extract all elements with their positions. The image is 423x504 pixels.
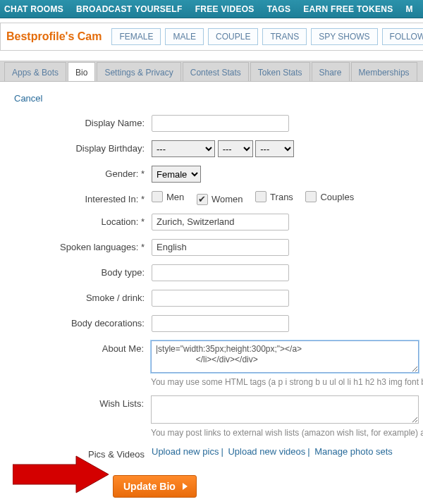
nav-chat-rooms[interactable]: CHAT ROOMS [4, 4, 63, 14]
checkbox-label-women: Women [212, 194, 243, 204]
label-display-name: Display Name: [0, 115, 152, 128]
label-smoke-drink: Smoke / drink: [0, 290, 152, 303]
location-input[interactable] [152, 214, 289, 231]
checkbox-trans[interactable] [255, 191, 266, 202]
pill-trans[interactable]: TRANS [262, 28, 307, 45]
label-spoken-languages: Spoken languages: * [0, 239, 152, 252]
checkbox-couples[interactable] [305, 191, 317, 202]
checkbox-label-couples: Couples [320, 192, 354, 202]
cam-title: Bestprofile's Cam [6, 30, 102, 43]
label-gender: Gender: * [0, 166, 152, 179]
tab-settings-privacy[interactable]: Settings & Privacy [97, 62, 180, 82]
spoken-languages-input[interactable] [152, 239, 289, 256]
cam-header: Bestprofile's Cam FEMALE MALE COUPLE TRA… [0, 23, 423, 51]
upload-pics-link[interactable]: Upload new pics [152, 446, 219, 457]
smoke-drink-input[interactable] [152, 290, 289, 307]
body-decorations-input[interactable] [152, 315, 289, 332]
tab-token-stats[interactable]: Token Stats [250, 62, 310, 82]
cancel-link[interactable]: Cancel [14, 93, 42, 104]
pill-female[interactable]: FEMALE [111, 28, 161, 45]
manage-photo-sets-link[interactable]: Manage photo sets [314, 446, 393, 457]
update-bio-button[interactable]: Update Bio [113, 475, 197, 498]
label-body-decorations: Body decorations: [0, 315, 152, 328]
chevron-right-icon [183, 483, 188, 490]
checkbox-men[interactable] [152, 191, 163, 202]
birthday-day-select[interactable]: --- [218, 140, 253, 157]
nav-more[interactable]: M [406, 4, 413, 14]
birthday-year-select[interactable]: --- [255, 140, 294, 157]
nav-free-videos[interactable]: FREE VIDEOS [195, 4, 255, 14]
pill-followed[interactable]: FOLLOWED [382, 28, 423, 45]
update-bio-label: Update Bio [123, 481, 176, 492]
pics-videos-links: Upload new pics| Upload new videos| Mana… [152, 446, 423, 457]
label-location: Location: * [0, 214, 152, 227]
wish-lists-hint: You may post links to external wish list… [151, 428, 423, 438]
upload-videos-link[interactable]: Upload new videos [228, 446, 305, 457]
label-display-birthday: Display Birthday: [0, 140, 152, 154]
label-interested-in: Interested In: * [0, 191, 152, 204]
pill-male[interactable]: MALE [165, 28, 204, 45]
pill-spy-shows[interactable]: SPY SHOWS [311, 28, 377, 45]
label-about-me: About Me: [0, 340, 151, 354]
label-wish-lists: Wish Lists: [0, 395, 151, 409]
checkbox-label-men: Men [166, 192, 184, 202]
checkbox-label-trans: Trans [270, 192, 293, 202]
tab-contest-stats[interactable]: Contest Stats [183, 62, 249, 82]
checkbox-women[interactable]: ✔ [197, 194, 208, 205]
about-me-hint: You may use some HTML tags (a p i strong… [151, 377, 423, 387]
label-body-type: Body type: [0, 264, 152, 278]
nav-tags[interactable]: TAGS [267, 4, 291, 14]
nav-broadcast-yourself[interactable]: BROADCAST YOURSELF [76, 4, 183, 14]
tab-share[interactable]: Share [312, 62, 350, 82]
tabs: Apps & Bots Bio Settings & Privacy Conte… [0, 61, 423, 82]
top-nav: CHAT ROOMS BROADCAST YOURSELF FREE VIDEO… [0, 0, 423, 18]
gender-select[interactable]: Female [152, 166, 201, 183]
body-type-input[interactable] [152, 264, 289, 281]
arrow-icon [13, 455, 111, 494]
tab-bio[interactable]: Bio [68, 62, 95, 82]
wish-lists-textarea[interactable] [151, 395, 419, 424]
about-me-textarea[interactable] [151, 340, 419, 373]
birthday-month-select[interactable]: --- [152, 140, 215, 157]
tab-apps-bots[interactable]: Apps & Bots [4, 62, 66, 82]
pill-couple[interactable]: COUPLE [208, 28, 258, 45]
bio-form: Display Name: Display Birthday: --- --- … [0, 115, 423, 498]
nav-earn-free-tokens[interactable]: EARN FREE TOKENS [303, 4, 393, 14]
display-name-input[interactable] [152, 115, 289, 132]
tab-memberships[interactable]: Memberships [351, 62, 417, 82]
svg-marker-0 [13, 456, 109, 493]
